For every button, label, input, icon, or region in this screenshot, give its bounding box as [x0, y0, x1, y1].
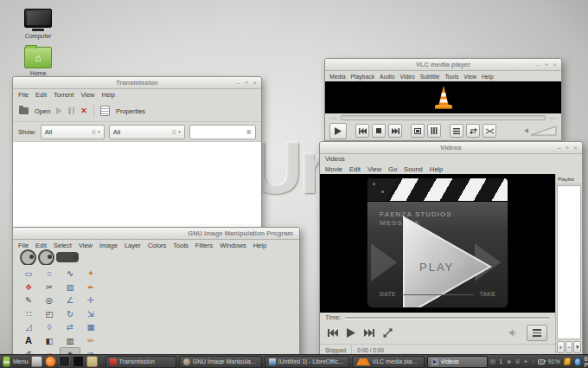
menu-tools[interactable]: Tools — [442, 74, 461, 80]
network-icon[interactable]: ✦ — [523, 358, 528, 365]
menu-view[interactable]: View — [77, 91, 98, 99]
equalizer-button[interactable] — [427, 124, 441, 138]
clock[interactable]: 6:14 PM — [585, 356, 588, 368]
mint-menu-icon[interactable]: lm — [3, 356, 10, 367]
tool-flip[interactable]: ⇄ — [60, 320, 80, 334]
properties-button[interactable]: Properties — [116, 107, 145, 115]
tool-move[interactable]: ✛ — [80, 294, 101, 307]
menu-tools[interactable]: Tools — [169, 242, 192, 249]
user-tray-icon[interactable]: ☻ — [506, 358, 512, 365]
shuffle-button[interactable] — [483, 124, 496, 138]
clear-search-icon[interactable]: ⊗ — [246, 128, 252, 136]
bluetooth-icon[interactable]: Ƀ — [515, 358, 520, 365]
torrent-list-area[interactable] — [13, 141, 261, 228]
playlist-add-button[interactable]: + — [557, 341, 565, 353]
minimize-icon[interactable]: – — [236, 79, 240, 87]
tool-bucket-fill[interactable]: ◧ — [39, 334, 60, 348]
menu-filters[interactable]: Filters — [192, 242, 216, 249]
stop-button[interactable] — [372, 124, 386, 138]
maximize-icon[interactable]: + — [566, 144, 570, 152]
playlist-toggle-button[interactable] — [527, 325, 547, 341]
gimp-window[interactable]: GNU Image Manipulation Program File Edit… — [12, 227, 300, 360]
menu-windows[interactable]: Windows — [216, 242, 249, 249]
tool-foreground-select[interactable]: ▨ — [60, 281, 80, 294]
tool-select-by-color[interactable]: ❖ — [18, 281, 39, 294]
tool-text[interactable]: A — [18, 334, 39, 348]
playlist-remove-button[interactable]: − — [566, 341, 573, 353]
videos-window[interactable]: Videos – + × Videos Movie Edit View Go S… — [319, 141, 583, 356]
tool-fuzzy-select[interactable]: ✦ — [80, 267, 101, 281]
tool-rectangle-select[interactable]: ▭ — [18, 267, 39, 281]
menu-video[interactable]: Video — [398, 74, 418, 80]
previous-chapter-button[interactable] — [328, 329, 338, 337]
next-chapter-button[interactable] — [364, 329, 374, 337]
menu-subtitle[interactable]: Subtitle — [418, 74, 443, 80]
menu-go[interactable]: Go — [385, 165, 400, 173]
maximize-icon[interactable]: + — [545, 61, 549, 68]
loop-button[interactable] — [466, 124, 480, 138]
tool-free-select[interactable]: ∿ — [60, 267, 80, 281]
messages-tray-icon[interactable]: ▤ — [490, 358, 496, 365]
menu-view[interactable]: View — [461, 74, 479, 80]
desktop-icon-home[interactable]: ⌂ Home — [14, 47, 62, 76]
menu-help[interactable]: Help — [99, 91, 118, 99]
menu-help[interactable]: Help — [250, 242, 270, 249]
vlc-seek-slider[interactable] — [341, 115, 546, 120]
files-tray-icon[interactable] — [563, 358, 571, 365]
tool-pencil[interactable]: ✏ — [80, 334, 101, 348]
torrent-search-input[interactable]: ⊗ — [189, 125, 256, 139]
tool-color-picker[interactable]: ✎ — [18, 294, 39, 307]
video-display-area[interactable]: FAENZA STUDIOS MESSAGE PLAY — [320, 174, 555, 313]
gimp-titlebar[interactable]: GNU Image Manipulation Program — [13, 228, 299, 240]
close-icon[interactable]: × — [252, 79, 257, 87]
menu-edit[interactable]: Edit — [32, 91, 50, 99]
menu-view[interactable]: View — [364, 165, 385, 173]
tool-measure[interactable]: ∠ — [60, 294, 80, 307]
tool-ellipse-select[interactable]: ○ — [39, 267, 60, 281]
firefox-launcher-icon[interactable] — [45, 356, 56, 367]
playlist-save-button[interactable]: ▾ — [573, 341, 581, 353]
media-launcher-icon[interactable] — [73, 356, 84, 367]
tool-blend[interactable]: ▥ — [60, 334, 80, 348]
tool-crop[interactable]: ◰ — [39, 307, 60, 321]
tool-scale[interactable]: ⇲ — [80, 307, 101, 321]
tool-cage-transform[interactable]: ▦ — [80, 320, 101, 334]
files-launcher-icon[interactable] — [86, 356, 98, 367]
menu-sound[interactable]: Sound — [400, 165, 426, 173]
vlc-window[interactable]: VLC media player – + × Media Playback Au… — [324, 58, 562, 141]
minimize-icon[interactable]: – — [536, 61, 540, 68]
menu-edit[interactable]: Edit — [32, 242, 50, 249]
maximize-icon[interactable]: + — [245, 79, 249, 87]
properties-icon[interactable] — [100, 106, 110, 116]
videos-seek-slider[interactable] — [345, 317, 550, 319]
start-torrent-icon[interactable] — [56, 107, 62, 114]
volume-slider[interactable] — [531, 126, 557, 136]
menu-media[interactable]: Media — [327, 74, 348, 80]
menu-button[interactable]: Menu — [13, 358, 29, 365]
volume-control[interactable] — [525, 126, 557, 136]
minimize-icon[interactable]: – — [557, 144, 560, 152]
taskbar-window-transmission[interactable]: Transmission — [105, 356, 176, 368]
videos-titlebar[interactable]: Videos – + × — [320, 142, 582, 154]
tool-perspective[interactable]: ◊ — [39, 320, 60, 334]
menu-view[interactable]: View — [75, 242, 96, 249]
playlist-list[interactable] — [557, 185, 581, 339]
sound-icon[interactable]: ♪ — [532, 358, 535, 365]
battery-icon[interactable] — [538, 359, 544, 365]
menu-file[interactable]: File — [15, 242, 32, 249]
previous-button[interactable] — [355, 124, 369, 138]
menu-image[interactable]: Image — [96, 242, 121, 249]
status-filter-dropdown[interactable]: All 0 ▾ — [41, 125, 105, 139]
fullscreen-button[interactable] — [411, 124, 425, 138]
transmission-titlebar[interactable]: Transmission – + × — [13, 77, 261, 89]
close-icon[interactable]: × — [573, 144, 578, 152]
menu-help[interactable]: Help — [479, 74, 496, 80]
menu-help[interactable]: Help — [426, 165, 446, 173]
menu-playback[interactable]: Playback — [348, 74, 378, 80]
fullscreen-button[interactable] — [383, 328, 393, 338]
tool-align[interactable]: ∷ — [18, 307, 39, 321]
pause-torrent-icon[interactable] — [68, 107, 74, 114]
tool-shear[interactable]: ◿ — [18, 320, 39, 334]
play-button[interactable] — [347, 328, 355, 338]
menu-select[interactable]: Select — [50, 242, 75, 249]
